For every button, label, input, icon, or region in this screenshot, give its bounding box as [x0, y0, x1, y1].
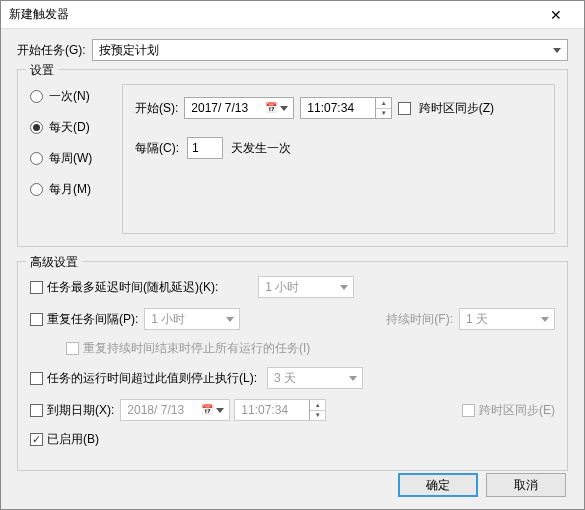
start-label: 开始(S): [135, 100, 178, 117]
calendar-icon: 📅 [201, 404, 213, 415]
checkbox-icon [398, 102, 411, 115]
stop-if-longer-select[interactable]: 3 天 [267, 367, 363, 389]
radio-monthly[interactable]: 每月(M) [30, 181, 122, 198]
checkbox-icon [30, 433, 43, 446]
checkbox-icon [30, 313, 43, 326]
expire-date-field[interactable]: 2018/ 7/13 📅 [120, 399, 230, 421]
radio-icon [30, 90, 43, 103]
radio-icon [30, 121, 43, 134]
time-spinner[interactable]: ▲▼ [375, 98, 391, 118]
begin-task-value: 按预定计划 [99, 42, 159, 59]
radio-monthly-label: 每月(M) [49, 181, 91, 198]
settings-legend: 设置 [26, 62, 58, 79]
checkbox-icon [30, 281, 43, 294]
cancel-button[interactable]: 取消 [486, 473, 566, 497]
titlebar: 新建触发器 ✕ [1, 1, 584, 29]
duration-value: 1 天 [466, 311, 488, 328]
stop-if-longer-checkbox[interactable]: 任务的运行时间超过此值则停止执行(L): [30, 370, 257, 387]
settings-fieldset: 设置 一次(N) 每天(D) 每周(W) [17, 69, 568, 247]
cancel-label: 取消 [514, 477, 538, 494]
delay-checkbox[interactable]: 任务最多延迟时间(随机延迟)(K): [30, 279, 218, 296]
start-date-value: 2017/ 7/13 [191, 101, 248, 115]
repeat-label: 重复任务间隔(P): [47, 311, 138, 328]
checkbox-icon [30, 404, 43, 417]
expire-label: 到期日期(X): [47, 402, 114, 419]
begin-task-label: 开始任务(G): [17, 42, 86, 59]
interval-field[interactable]: 1 [187, 137, 223, 159]
delay-select[interactable]: 1 小时 [258, 276, 354, 298]
close-button[interactable]: ✕ [536, 2, 576, 28]
checkbox-icon [30, 372, 43, 385]
enabled-label: 已启用(B) [47, 431, 99, 448]
repeat-interval-select[interactable]: 1 小时 [144, 308, 240, 330]
expire-checkbox[interactable]: 到期日期(X): [30, 402, 114, 419]
expire-time-field[interactable]: 11:07:34 ▲▼ [234, 399, 326, 421]
interval-suffix: 天发生一次 [231, 140, 291, 157]
delay-label: 任务最多延迟时间(随机延迟)(K): [47, 279, 218, 296]
enabled-checkbox[interactable]: 已启用(B) [30, 431, 99, 448]
expire-date-value: 2018/ 7/13 [127, 403, 184, 417]
expire-time-value: 11:07:34 [241, 403, 288, 417]
radio-icon [30, 152, 43, 165]
radio-once[interactable]: 一次(N) [30, 88, 122, 105]
checkbox-icon [462, 404, 475, 417]
start-date-field[interactable]: 2017/ 7/13 📅 [184, 97, 294, 119]
radio-weekly[interactable]: 每周(W) [30, 150, 122, 167]
advanced-legend: 高级设置 [26, 254, 82, 271]
interval-value: 1 [192, 141, 199, 155]
new-trigger-dialog: 新建触发器 ✕ 开始任务(G): 按预定计划 设置 一次(N) 每天(D) [0, 0, 585, 510]
duration-label: 持续时间(F): [386, 311, 453, 328]
ok-button[interactable]: 确定 [398, 473, 478, 497]
radio-weekly-label: 每周(W) [49, 150, 92, 167]
sync-tz-label: 跨时区同步(Z) [419, 101, 494, 115]
duration-select[interactable]: 1 天 [459, 308, 555, 330]
begin-task-dropdown[interactable]: 按预定计划 [92, 39, 568, 61]
start-time-field[interactable]: 11:07:34 ▲▼ [300, 97, 392, 119]
ok-label: 确定 [426, 477, 450, 494]
window-title: 新建触发器 [9, 6, 536, 23]
interval-label: 每隔(C): [135, 140, 179, 157]
time-spinner[interactable]: ▲▼ [309, 400, 325, 420]
sync-tz2-label: 跨时区同步(E) [479, 402, 555, 419]
radio-icon [30, 183, 43, 196]
sync-tz2-checkbox: 跨时区同步(E) [462, 402, 555, 419]
calendar-icon: 📅 [265, 102, 277, 113]
repeat-checkbox[interactable]: 重复任务间隔(P): [30, 311, 138, 328]
radio-daily[interactable]: 每天(D) [30, 119, 122, 136]
radio-once-label: 一次(N) [49, 88, 90, 105]
stop-at-end-label: 重复持续时间结束时停止所有运行的任务(I) [83, 340, 310, 357]
repeat-interval-value: 1 小时 [151, 311, 185, 328]
start-time-value: 11:07:34 [307, 101, 354, 115]
schedule-panel: 开始(S): 2017/ 7/13 📅 11:07:34 ▲▼ 跨时区同步(Z) [122, 84, 555, 234]
stop-if-longer-value: 3 天 [274, 370, 296, 387]
stop-if-longer-label: 任务的运行时间超过此值则停止执行(L): [47, 370, 257, 387]
checkbox-icon [66, 342, 79, 355]
sync-tz-checkbox[interactable]: 跨时区同步(Z) [398, 100, 494, 117]
delay-value: 1 小时 [265, 279, 299, 296]
radio-daily-label: 每天(D) [49, 119, 90, 136]
advanced-fieldset: 高级设置 任务最多延迟时间(随机延迟)(K): 1 小时 重复任务间隔(P): [17, 261, 568, 471]
